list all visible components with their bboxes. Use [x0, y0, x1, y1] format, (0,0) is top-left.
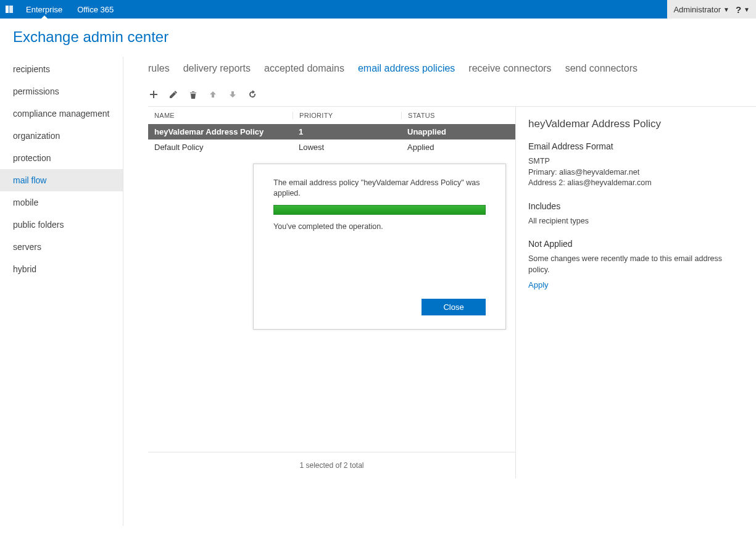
detail-primary: Primary: alias@heyvaldemar.net	[528, 167, 744, 178]
user-menu[interactable]: Administrator ▼	[673, 5, 729, 14]
tab-send-connectors[interactable]: send connectors	[565, 63, 638, 74]
svg-rect-0	[6, 6, 9, 13]
sidebar-item-recipients[interactable]: recipients	[0, 58, 123, 80]
move-down-button[interactable]	[227, 89, 238, 100]
detail-includes-text: All recipient types	[528, 216, 744, 227]
topbar-left: Enterprise Office 365	[0, 0, 121, 19]
sidebar-item-mail-flow[interactable]: mail flow	[0, 169, 123, 191]
topbar-right: Administrator ▼ ? ▼	[667, 0, 756, 19]
cell-priority: 1	[293, 127, 401, 136]
sidebar-item-permissions[interactable]: permissions	[0, 80, 123, 102]
detail-title: heyValdemar Address Policy	[528, 118, 744, 130]
top-link-enterprise[interactable]: Enterprise	[19, 0, 70, 19]
sidebar-item-servers[interactable]: servers	[0, 236, 123, 258]
table-row[interactable]: Default PolicyLowestApplied	[148, 139, 515, 155]
detail-pane: heyValdemar Address Policy Email Address…	[515, 107, 756, 478]
help-menu[interactable]: ? ▼	[736, 4, 750, 15]
detail-format-block: Email Address Format SMTP Primary: alias…	[528, 141, 744, 189]
detail-address2: Address 2: alias@heyvaldemar.com	[528, 178, 744, 189]
sidebar-item-mobile[interactable]: mobile	[0, 191, 123, 214]
content-wrap: NAME PRIORITY STATUS heyValdemar Address…	[148, 106, 756, 478]
move-up-button[interactable]	[207, 89, 218, 100]
top-link-label: Enterprise	[26, 5, 62, 14]
delete-button[interactable]	[188, 89, 199, 100]
close-button[interactable]: Close	[422, 299, 486, 315]
tab-rules[interactable]: rules	[148, 63, 170, 74]
grid-body: heyValdemar Address Policy1UnappliedDefa…	[148, 124, 515, 155]
col-header-status[interactable]: STATUS	[401, 112, 515, 119]
cell-name: heyValdemar Address Policy	[148, 127, 293, 136]
topbar: Enterprise Office 365 Administrator ▼ ? …	[0, 0, 756, 19]
user-name: Administrator	[673, 5, 721, 14]
refresh-button[interactable]	[247, 89, 258, 100]
add-button[interactable]	[148, 89, 159, 100]
toolbar	[123, 89, 756, 106]
grid-column: NAME PRIORITY STATUS heyValdemar Address…	[148, 107, 515, 478]
table-row[interactable]: heyValdemar Address Policy1Unapplied	[148, 124, 515, 139]
top-link-office365[interactable]: Office 365	[70, 0, 121, 19]
cell-status: Applied	[401, 143, 515, 152]
grid-header: NAME PRIORITY STATUS	[148, 107, 515, 124]
caret-down-icon: ▼	[723, 6, 729, 13]
tab-receive-connectors[interactable]: receive connectors	[468, 63, 551, 74]
detail-notapplied-header: Not Applied	[528, 239, 744, 249]
cell-status: Unapplied	[401, 127, 515, 136]
sidebar-item-hybrid[interactable]: hybrid	[0, 258, 123, 280]
col-header-priority[interactable]: PRIORITY	[293, 112, 401, 119]
svg-rect-1	[9, 6, 13, 13]
page-title: Exchange admin center	[0, 19, 756, 57]
progress-dialog: The email address policy "heyValdemar Ad…	[253, 164, 506, 330]
progress-bar	[273, 205, 486, 215]
sidebar: recipientspermissionscompliance manageme…	[0, 57, 123, 526]
detail-smtp: SMTP	[528, 156, 744, 167]
selection-status: 1 selected of 2 total	[148, 452, 515, 478]
subtabs: rulesdelivery reportsaccepted domainsema…	[123, 57, 756, 89]
sidebar-item-compliance-management[interactable]: compliance management	[0, 102, 123, 125]
cell-name: Default Policy	[148, 143, 293, 152]
tab-accepted-domains[interactable]: accepted domains	[264, 63, 344, 74]
caret-down-icon: ▼	[744, 6, 750, 13]
dialog-message: The email address policy "heyValdemar Ad…	[273, 178, 486, 199]
sidebar-item-organization[interactable]: organization	[0, 125, 123, 147]
apply-link[interactable]: Apply	[528, 280, 549, 289]
sidebar-item-public-folders[interactable]: public folders	[0, 214, 123, 236]
cell-priority: Lowest	[293, 143, 401, 152]
tab-email-address-policies[interactable]: email address policies	[358, 63, 455, 74]
detail-format-header: Email Address Format	[528, 141, 744, 151]
detail-notapplied-text: Some changes were recently made to this …	[528, 254, 744, 275]
top-link-label: Office 365	[77, 5, 114, 14]
detail-includes-header: Includes	[528, 201, 744, 211]
layout: recipientspermissionscompliance manageme…	[0, 57, 756, 526]
tab-delivery-reports[interactable]: delivery reports	[183, 63, 251, 74]
dialog-actions: Close	[273, 299, 486, 315]
col-header-name[interactable]: NAME	[148, 112, 293, 119]
help-icon: ?	[736, 4, 741, 15]
office-app-icon[interactable]	[0, 0, 19, 19]
edit-button[interactable]	[168, 89, 179, 100]
detail-includes-block: Includes All recipient types	[528, 201, 744, 227]
detail-notapplied-block: Not Applied Some changes were recently m…	[528, 239, 744, 289]
main: rulesdelivery reportsaccepted domainsema…	[123, 57, 756, 526]
dialog-completed: You've completed the operation.	[273, 222, 486, 231]
sidebar-item-protection[interactable]: protection	[0, 147, 123, 169]
grid-area: NAME PRIORITY STATUS heyValdemar Address…	[148, 107, 515, 452]
